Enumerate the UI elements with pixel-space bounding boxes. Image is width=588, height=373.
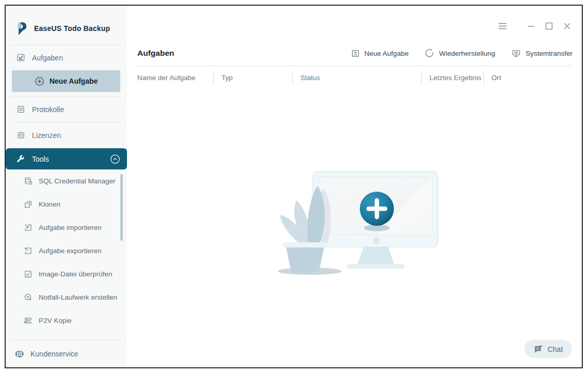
check-square-icon xyxy=(24,270,33,278)
restore-icon xyxy=(425,49,434,58)
sidebar-item-aufgaben[interactable]: Aufgaben xyxy=(6,45,127,70)
sub-item-label: Klonen xyxy=(39,200,60,208)
sidebar-item-label: Tools xyxy=(32,155,49,163)
close-icon[interactable] xyxy=(562,21,571,30)
window-controls xyxy=(498,21,571,30)
clone-icon xyxy=(24,200,33,209)
monitor-graphic xyxy=(313,172,438,269)
page-title: Aufgaben xyxy=(137,49,174,58)
plus-circle-icon xyxy=(35,76,44,86)
sidebar-item-label: Kundenservice xyxy=(30,350,78,358)
column-header-name[interactable]: Name der Aufgabe xyxy=(137,71,213,85)
sidebar-item-label: Lizenzen xyxy=(32,131,61,139)
sidebar-item-protokolle[interactable]: Protokolle xyxy=(6,97,127,122)
sidebar-item-p2v-kopie[interactable]: P2V Kopie xyxy=(6,309,127,332)
tasks-icon xyxy=(16,53,25,63)
sidebar-new-task-button[interactable]: Neue Aufgabe xyxy=(12,70,120,92)
import-icon xyxy=(24,223,33,232)
sidebar-item-kundenservice[interactable]: Kundenservice xyxy=(6,340,127,367)
sidebar-item-label: Aufgaben xyxy=(32,54,63,62)
new-task-button[interactable]: Neue Aufgabe xyxy=(351,49,409,58)
disc-plus-icon xyxy=(24,293,33,302)
main-content: Aufgaben Neue Aufgabe xyxy=(127,6,582,367)
column-header-ort[interactable]: Ort xyxy=(483,71,573,85)
add-task-icon xyxy=(351,49,360,58)
action-label: Wiederherstellung xyxy=(439,50,495,57)
column-header-status[interactable]: Status xyxy=(292,71,421,85)
sub-item-label: Aufgabe exportieren xyxy=(39,247,102,255)
license-icon xyxy=(16,131,25,140)
chat-label: Chat xyxy=(548,345,563,353)
sidebar-item-sql-credential-manager[interactable]: SQL Credential Manager xyxy=(6,169,127,193)
sidebar-item-image-datei-ueberpruefen[interactable]: Image-Datei überprüfen xyxy=(6,262,127,286)
sub-item-label: SQL Credential Manager xyxy=(39,177,116,185)
new-task-label: Neue Aufgabe xyxy=(50,77,98,85)
sidebar-item-aufgabe-exportieren[interactable]: Aufgabe exportieren xyxy=(6,239,127,262)
menu-icon[interactable] xyxy=(498,21,507,30)
maximize-icon[interactable] xyxy=(544,21,553,30)
app-logo-row: EaseUS Todo Backup xyxy=(6,6,127,39)
logs-icon xyxy=(16,105,25,114)
database-lock-icon xyxy=(24,177,33,185)
sub-item-label: Notfall-Laufwerk erstellen xyxy=(39,293,117,301)
chat-button[interactable]: Chat xyxy=(525,340,572,358)
table-header: Name der Aufgabe Typ Status Letztes Erge… xyxy=(137,66,573,89)
header-actions: Neue Aufgabe Wiederherstellung xyxy=(351,49,573,58)
sidebar-item-aufgabe-importieren[interactable]: Aufgabe importieren xyxy=(6,216,127,239)
page-header: Aufgaben Neue Aufgabe xyxy=(137,43,573,64)
wrench-icon xyxy=(16,154,25,164)
server-plus-icon xyxy=(24,316,33,325)
restore-button[interactable]: Wiederherstellung xyxy=(425,49,495,58)
action-label: Neue Aufgabe xyxy=(364,50,409,57)
empty-state-illustration xyxy=(258,165,454,284)
sidebar-item-notfall-laufwerk-erstellen[interactable]: Notfall-Laufwerk erstellen xyxy=(6,286,127,309)
app-title: EaseUS Todo Backup xyxy=(34,24,110,33)
sidebar-item-lizenzen[interactable]: Lizenzen xyxy=(6,122,127,148)
headset-icon xyxy=(14,349,24,359)
system-transfer-button[interactable]: Systemtransfer xyxy=(512,49,573,58)
sub-item-label: Aufgabe importieren xyxy=(39,224,102,231)
sub-item-label: Image-Datei überprüfen xyxy=(39,270,113,278)
sidebar-item-label: Protokolle xyxy=(32,105,64,114)
chevron-up-circle-icon[interactable] xyxy=(110,154,120,164)
sidebar: EaseUS Todo Backup Aufgaben Neue Aufgabe xyxy=(6,6,127,367)
sub-item-label: P2V Kopie xyxy=(39,317,72,324)
export-icon xyxy=(24,246,33,255)
action-label: Systemtransfer xyxy=(526,50,573,57)
monitor-transfer-icon xyxy=(512,49,521,58)
column-header-typ[interactable]: Typ xyxy=(213,71,292,85)
minimize-icon[interactable] xyxy=(526,21,535,30)
sidebar-item-klonen[interactable]: Klonen xyxy=(6,193,127,216)
column-header-letztes-ergebnis[interactable]: Letztes Ergebnis xyxy=(421,71,483,85)
chat-bubble-icon xyxy=(534,345,544,354)
sidebar-item-tools[interactable]: Tools xyxy=(6,148,127,169)
easeus-logo-icon xyxy=(14,21,28,36)
app-window: EaseUS Todo Backup Aufgaben Neue Aufgabe xyxy=(5,5,583,368)
sidebar-scrollbar-thumb[interactable] xyxy=(120,174,123,241)
